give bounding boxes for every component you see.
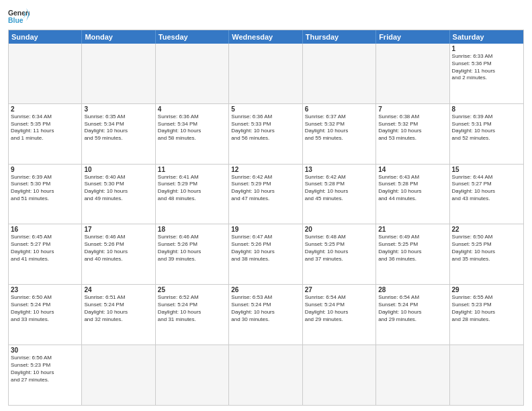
day-cell-28: 28Sunrise: 6:54 AM Sunset: 5:24 PM Dayli… [376,285,449,345]
day-cell-13: 13Sunrise: 6:42 AM Sunset: 5:28 PM Dayli… [303,165,376,224]
day-cell-10: 10Sunrise: 6:40 AM Sunset: 5:30 PM Dayli… [82,165,155,224]
day-number: 1 [452,45,521,52]
empty-cell [450,345,523,405]
empty-cell [229,345,302,405]
day-cell-20: 20Sunrise: 6:48 AM Sunset: 5:25 PM Dayli… [303,224,376,284]
day-number: 25 [158,286,226,293]
day-info: Sunrise: 6:46 AM Sunset: 5:26 PM Dayligh… [158,234,226,263]
day-cell-6: 6Sunrise: 6:37 AM Sunset: 5:32 PM Daylig… [303,104,376,164]
day-cell-12: 12Sunrise: 6:42 AM Sunset: 5:29 PM Dayli… [229,165,302,224]
day-cell-27: 27Sunrise: 6:54 AM Sunset: 5:24 PM Dayli… [303,285,376,345]
day-info: Sunrise: 6:54 AM Sunset: 5:24 PM Dayligh… [378,294,447,323]
day-info: Sunrise: 6:47 AM Sunset: 5:26 PM Dayligh… [231,234,300,263]
day-cell-8: 8Sunrise: 6:39 AM Sunset: 5:31 PM Daylig… [450,104,523,164]
empty-cell [376,44,449,103]
day-cell-9: 9Sunrise: 6:39 AM Sunset: 5:30 PM Daylig… [9,165,82,224]
day-info: Sunrise: 6:42 AM Sunset: 5:28 PM Dayligh… [305,174,373,203]
header-day-friday: Friday [376,30,449,44]
day-info: Sunrise: 6:45 AM Sunset: 5:27 PM Dayligh… [11,234,79,263]
day-number: 27 [305,286,373,293]
day-info: Sunrise: 6:42 AM Sunset: 5:29 PM Dayligh… [231,174,300,203]
day-number: 18 [158,226,226,233]
header-day-tuesday: Tuesday [156,30,229,44]
day-number: 29 [452,286,521,293]
day-cell-29: 29Sunrise: 6:55 AM Sunset: 5:23 PM Dayli… [450,285,523,345]
day-info: Sunrise: 6:56 AM Sunset: 5:23 PM Dayligh… [11,355,79,383]
calendar-week-1: 1Sunrise: 6:33 AM Sunset: 5:36 PM Daylig… [9,44,523,103]
day-number: 2 [11,105,79,113]
svg-text:Blue: Blue [8,17,24,24]
day-info: Sunrise: 6:46 AM Sunset: 5:26 PM Dayligh… [84,234,152,263]
empty-cell [303,345,376,405]
calendar: SundayMondayTuesdayWednesdayThursdayFrid… [8,30,524,406]
day-cell-22: 22Sunrise: 6:50 AM Sunset: 5:25 PM Dayli… [450,224,523,284]
day-number: 9 [11,166,79,173]
day-number: 16 [11,226,79,233]
empty-cell [376,345,449,405]
header-day-sunday: Sunday [9,30,82,44]
day-info: Sunrise: 6:41 AM Sunset: 5:29 PM Dayligh… [158,174,226,203]
day-info: Sunrise: 6:40 AM Sunset: 5:30 PM Dayligh… [84,174,152,203]
day-cell-11: 11Sunrise: 6:41 AM Sunset: 5:29 PM Dayli… [156,165,229,224]
logo-icon: General Blue [8,7,30,26]
empty-cell [9,44,82,103]
day-number: 14 [378,166,447,173]
day-info: Sunrise: 6:53 AM Sunset: 5:24 PM Dayligh… [231,294,300,323]
day-info: Sunrise: 6:33 AM Sunset: 5:36 PM Dayligh… [452,53,521,82]
day-cell-26: 26Sunrise: 6:53 AM Sunset: 5:24 PM Dayli… [229,285,302,345]
day-cell-19: 19Sunrise: 6:47 AM Sunset: 5:26 PM Dayli… [229,224,302,284]
day-info: Sunrise: 6:51 AM Sunset: 5:24 PM Dayligh… [84,294,152,323]
logo: General Blue [8,7,30,26]
header-day-monday: Monday [82,30,155,44]
empty-cell [156,44,229,103]
day-cell-15: 15Sunrise: 6:44 AM Sunset: 5:27 PM Dayli… [450,165,523,224]
day-cell-3: 3Sunrise: 6:35 AM Sunset: 5:34 PM Daylig… [82,104,155,164]
day-cell-14: 14Sunrise: 6:43 AM Sunset: 5:28 PM Dayli… [376,165,449,224]
empty-cell [156,345,229,405]
day-number: 19 [231,226,300,233]
day-info: Sunrise: 6:44 AM Sunset: 5:27 PM Dayligh… [452,174,521,203]
day-number: 23 [11,286,79,293]
day-info: Sunrise: 6:39 AM Sunset: 5:31 PM Dayligh… [452,113,521,142]
day-cell-2: 2Sunrise: 6:34 AM Sunset: 5:35 PM Daylig… [9,104,82,164]
day-cell-7: 7Sunrise: 6:38 AM Sunset: 5:32 PM Daylig… [376,104,449,164]
empty-cell [303,44,376,103]
day-number: 3 [84,105,152,113]
day-cell-21: 21Sunrise: 6:49 AM Sunset: 5:25 PM Dayli… [376,224,449,284]
day-number: 21 [378,226,447,233]
day-info: Sunrise: 6:34 AM Sunset: 5:35 PM Dayligh… [11,113,79,142]
empty-cell [82,44,155,103]
day-number: 30 [11,347,79,354]
day-number: 13 [305,166,373,173]
day-cell-30: 30Sunrise: 6:56 AM Sunset: 5:23 PM Dayli… [9,345,82,405]
day-cell-4: 4Sunrise: 6:36 AM Sunset: 5:34 PM Daylig… [156,104,229,164]
day-info: Sunrise: 6:39 AM Sunset: 5:30 PM Dayligh… [11,174,79,203]
day-number: 6 [305,105,373,113]
calendar-week-6: 30Sunrise: 6:56 AM Sunset: 5:23 PM Dayli… [9,345,523,405]
day-number: 17 [84,226,152,233]
day-cell-16: 16Sunrise: 6:45 AM Sunset: 5:27 PM Dayli… [9,224,82,284]
day-info: Sunrise: 6:50 AM Sunset: 5:24 PM Dayligh… [11,294,79,323]
day-number: 12 [231,166,300,173]
day-number: 8 [452,105,521,113]
calendar-week-5: 23Sunrise: 6:50 AM Sunset: 5:24 PM Dayli… [9,284,523,345]
day-info: Sunrise: 6:52 AM Sunset: 5:24 PM Dayligh… [158,294,226,323]
day-cell-25: 25Sunrise: 6:52 AM Sunset: 5:24 PM Dayli… [156,285,229,345]
day-number: 4 [158,105,226,113]
empty-cell [229,44,302,103]
day-cell-18: 18Sunrise: 6:46 AM Sunset: 5:26 PM Dayli… [156,224,229,284]
calendar-body: 1Sunrise: 6:33 AM Sunset: 5:36 PM Daylig… [9,44,523,405]
day-cell-24: 24Sunrise: 6:51 AM Sunset: 5:24 PM Dayli… [82,285,155,345]
day-cell-1: 1Sunrise: 6:33 AM Sunset: 5:36 PM Daylig… [450,44,523,103]
day-info: Sunrise: 6:43 AM Sunset: 5:28 PM Dayligh… [378,174,447,203]
header-day-saturday: Saturday [450,30,523,44]
day-number: 15 [452,166,521,173]
day-info: Sunrise: 6:35 AM Sunset: 5:34 PM Dayligh… [84,113,152,142]
day-info: Sunrise: 6:36 AM Sunset: 5:33 PM Dayligh… [231,113,300,142]
day-info: Sunrise: 6:48 AM Sunset: 5:25 PM Dayligh… [305,234,373,263]
day-info: Sunrise: 6:37 AM Sunset: 5:32 PM Dayligh… [305,113,373,142]
calendar-week-3: 9Sunrise: 6:39 AM Sunset: 5:30 PM Daylig… [9,164,523,224]
day-number: 5 [231,105,300,113]
day-number: 10 [84,166,152,173]
calendar-week-4: 16Sunrise: 6:45 AM Sunset: 5:27 PM Dayli… [9,224,523,284]
